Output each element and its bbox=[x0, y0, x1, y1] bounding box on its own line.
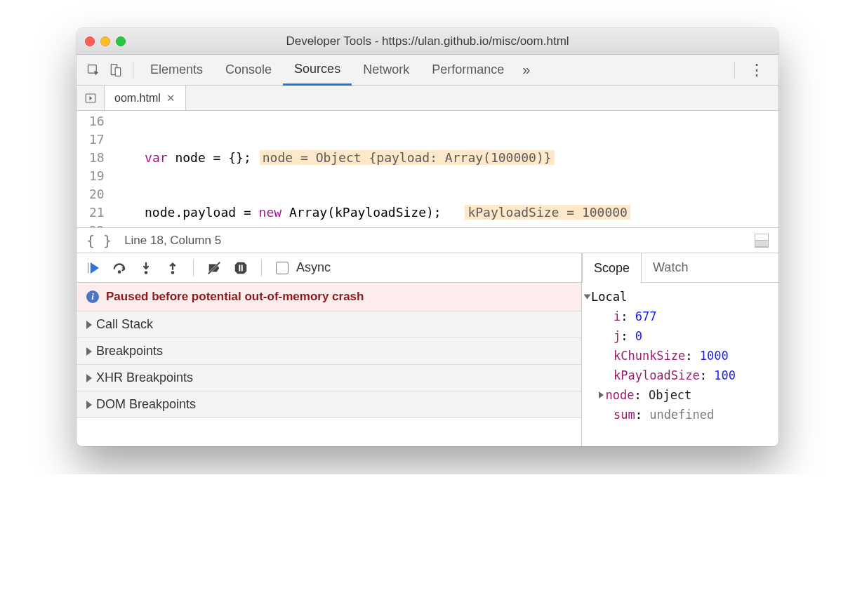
pause-on-exceptions-icon[interactable] bbox=[232, 259, 250, 277]
debugger-right-pane: Scope Watch Local i: 677 j: 0 kChunkSize… bbox=[582, 253, 778, 446]
debugger-toolbar: Async bbox=[77, 253, 581, 283]
pretty-print-icon[interactable]: { } bbox=[86, 232, 112, 249]
inline-hint: kPayloadSize = 100000 bbox=[465, 205, 630, 220]
line-number: 17 bbox=[89, 130, 105, 149]
close-file-tab-icon[interactable]: ✕ bbox=[166, 92, 175, 105]
navigator-toggle-icon[interactable] bbox=[77, 86, 105, 110]
line-number: 18 bbox=[89, 149, 105, 167]
close-window-button[interactable] bbox=[85, 36, 95, 46]
source-tab-bar: oom.html ✕ bbox=[77, 86, 778, 111]
separator bbox=[261, 260, 262, 276]
section-xhr-breakpoints[interactable]: XHR Breakpoints bbox=[77, 365, 581, 391]
tab-scope[interactable]: Scope bbox=[582, 253, 642, 283]
inline-hint: node = Object {payload: Array(100000)} bbox=[260, 150, 555, 165]
line-number: 20 bbox=[89, 185, 105, 203]
scope-body: Local i: 677 j: 0 kChunkSize: 1000 kPayl… bbox=[582, 283, 778, 446]
chevron-right-icon bbox=[86, 347, 92, 356]
drawer-toggle-icon[interactable] bbox=[755, 234, 769, 248]
separator bbox=[193, 260, 194, 276]
code-body: var node = {};node = Object {payload: Ar… bbox=[112, 111, 778, 227]
window-title: Developer Tools - https://ulan.github.io… bbox=[77, 34, 778, 48]
code-editor[interactable]: 16 17 18 19 20 21 22 var node = {};node … bbox=[77, 111, 778, 227]
code-line: var node = {};node = Object {payload: Ar… bbox=[112, 149, 778, 167]
scope-var[interactable]: kChunkSize: 1000 bbox=[585, 346, 776, 366]
section-breakpoints[interactable]: Breakpoints bbox=[77, 338, 581, 365]
line-gutter: 16 17 18 19 20 21 22 bbox=[77, 111, 112, 227]
scope-watch-tabs: Scope Watch bbox=[582, 253, 778, 283]
async-checkbox-input[interactable] bbox=[276, 262, 289, 274]
scope-var[interactable]: sum: undefined bbox=[585, 405, 776, 424]
scope-var[interactable]: node: Object bbox=[585, 385, 776, 405]
traffic-lights bbox=[85, 36, 126, 46]
svg-point-6 bbox=[171, 271, 175, 274]
line-number: 16 bbox=[89, 112, 105, 130]
settings-kebab-icon[interactable]: ⋮ bbox=[741, 61, 773, 79]
chevron-right-icon bbox=[86, 401, 92, 409]
line-number: 21 bbox=[89, 203, 105, 222]
more-tabs-icon[interactable]: » bbox=[515, 62, 537, 78]
tab-sources[interactable]: Sources bbox=[283, 55, 352, 86]
debugger-left-pane: Async i Paused before potential out-of-m… bbox=[77, 253, 582, 446]
deactivate-breakpoints-icon[interactable] bbox=[205, 259, 223, 277]
separator bbox=[734, 62, 735, 79]
section-call-stack[interactable]: Call Stack bbox=[77, 312, 581, 338]
pause-message: Paused before potential out-of-memory cr… bbox=[106, 290, 364, 304]
chevron-down-icon bbox=[584, 295, 591, 300]
file-tab-label: oom.html bbox=[114, 92, 161, 105]
step-into-icon[interactable] bbox=[137, 259, 155, 277]
separator bbox=[133, 62, 133, 79]
pause-banner: i Paused before potential out-of-memory … bbox=[77, 283, 581, 312]
step-over-icon[interactable] bbox=[110, 259, 128, 277]
titlebar: Developer Tools - https://ulan.github.io… bbox=[77, 28, 778, 55]
file-tab-oom[interactable]: oom.html ✕ bbox=[105, 86, 186, 110]
svg-rect-9 bbox=[239, 265, 240, 271]
svg-point-5 bbox=[145, 271, 148, 274]
scope-local-header[interactable]: Local bbox=[585, 287, 776, 307]
scope-var[interactable]: i: 677 bbox=[585, 307, 776, 326]
tab-performance[interactable]: Performance bbox=[420, 55, 515, 86]
line-number: 19 bbox=[89, 167, 105, 185]
scope-var[interactable]: kPayloadSize: 100 bbox=[585, 366, 776, 385]
tab-elements[interactable]: Elements bbox=[139, 55, 214, 86]
line-number: 22 bbox=[89, 222, 105, 227]
editor-status-bar: { } Line 18, Column 5 bbox=[77, 227, 778, 253]
scope-var[interactable]: j: 0 bbox=[585, 326, 776, 346]
cursor-position: Line 18, Column 5 bbox=[124, 234, 221, 248]
chevron-right-icon bbox=[599, 391, 604, 399]
inspect-element-icon[interactable] bbox=[82, 59, 105, 81]
svg-rect-10 bbox=[241, 265, 243, 271]
tab-network[interactable]: Network bbox=[352, 55, 420, 86]
svg-point-4 bbox=[118, 270, 121, 274]
svg-rect-2 bbox=[115, 67, 121, 76]
code-line: node.payload = new Array(kPayloadSize); … bbox=[112, 203, 778, 222]
zoom-window-button[interactable] bbox=[116, 36, 126, 46]
minimize-window-button[interactable] bbox=[100, 36, 110, 46]
debugger-panel: Async i Paused before potential out-of-m… bbox=[77, 253, 778, 446]
chevron-right-icon bbox=[86, 321, 92, 329]
step-out-icon[interactable] bbox=[164, 259, 182, 277]
resume-icon[interactable] bbox=[84, 259, 102, 277]
device-toolbar-icon[interactable] bbox=[105, 59, 127, 81]
tab-console[interactable]: Console bbox=[214, 55, 283, 86]
info-icon: i bbox=[86, 290, 99, 303]
devtools-tab-bar: Elements Console Sources Network Perform… bbox=[77, 55, 778, 86]
section-dom-breakpoints[interactable]: DOM Breakpoints bbox=[77, 391, 581, 418]
tab-watch[interactable]: Watch bbox=[642, 253, 699, 282]
async-checkbox[interactable]: Async bbox=[273, 260, 331, 276]
chevron-right-icon bbox=[86, 374, 92, 382]
async-label: Async bbox=[296, 260, 331, 275]
devtools-window: Developer Tools - https://ulan.github.io… bbox=[77, 28, 778, 446]
